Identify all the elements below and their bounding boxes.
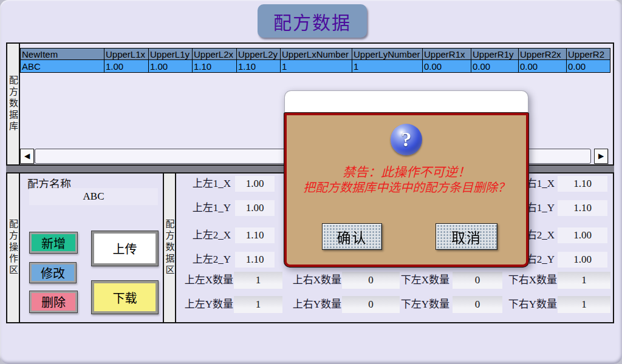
cell-upperlynumber[interactable]: 1 xyxy=(352,60,423,73)
field-value-ul2y[interactable]: 1.10 xyxy=(235,252,275,268)
qty-value-lly[interactable]: 0 xyxy=(453,296,502,313)
question-glyph: ? xyxy=(402,128,412,151)
qty-value-urx[interactable]: 0 xyxy=(342,272,400,289)
cell-upperl2x[interactable]: 1.10 xyxy=(193,60,237,73)
qty-label-llx: 下左X数量 xyxy=(396,272,449,289)
cell-upperr1y[interactable]: 0.00 xyxy=(471,60,519,73)
column-header-upperlynumber[interactable]: UpperLyNumber xyxy=(352,49,423,60)
modify-button[interactable]: 修改 xyxy=(29,262,77,283)
dialog-message-line2: 把配方数据库中选中的配方条目删除？ xyxy=(287,180,526,195)
recipe-name-input[interactable]: ABC xyxy=(29,188,158,205)
question-icon: ? xyxy=(391,124,422,155)
field-value-lr1y[interactable]: 1.10 xyxy=(558,200,607,216)
column-header-upperl2y[interactable]: UpperL2y xyxy=(237,49,281,60)
add-button[interactable]: 新增 xyxy=(29,232,78,254)
field-value-ul1x[interactable]: 1.00 xyxy=(235,176,275,192)
column-header-upperr2x[interactable]: UpperR2x xyxy=(519,49,567,60)
column-header-upperl2x[interactable]: UpperL2x xyxy=(193,49,237,60)
data-side-label: 配方数据区 xyxy=(163,174,176,322)
qty-value-lrx[interactable]: 1 xyxy=(558,272,610,289)
scroll-right-button[interactable]: ▶ xyxy=(594,149,608,164)
recipe-table: NewItem UpperL1x UpperL1y UpperL2x Upper… xyxy=(20,48,610,73)
dialog-titlebar xyxy=(284,90,528,113)
confirm-button[interactable]: 确认 xyxy=(322,223,382,250)
field-value-lr1x[interactable]: 1.10 xyxy=(558,176,607,192)
column-header-upperr1y[interactable]: UpperR1y xyxy=(471,49,519,60)
qty-value-lry[interactable]: 1 xyxy=(558,296,610,313)
field-value-lr2y[interactable]: 1.00 xyxy=(558,252,607,268)
cell-upperr1x[interactable]: 0.00 xyxy=(423,60,471,73)
cell-upperl1x[interactable]: 1.00 xyxy=(104,60,149,73)
cell-upperl2y[interactable]: 1.10 xyxy=(237,60,281,73)
qty-label-uly: 上左Y数量 xyxy=(180,296,233,313)
upload-button[interactable]: 上传 xyxy=(91,231,159,266)
column-header-upperl1y[interactable]: UpperL1y xyxy=(149,49,193,60)
cell-upperr2y[interactable]: 0.00 xyxy=(567,60,610,73)
database-side-label: 配方数据库 xyxy=(7,44,20,164)
right-arrow-icon: ▶ xyxy=(598,152,604,161)
qty-value-ulx[interactable]: 1 xyxy=(234,272,282,289)
field-label-ul1x: 上左1_X xyxy=(180,176,231,192)
field-value-ul1y[interactable]: 1.00 xyxy=(235,200,275,216)
delete-confirm-dialog: ? 禁告：此操作不可逆！ 把配方数据库中选中的配方条目删除？ 确认 取消 xyxy=(284,90,528,267)
qty-label-lly: 下左Y数量 xyxy=(396,296,449,313)
cell-upperr2x[interactable]: 0.00 xyxy=(519,60,567,73)
column-header-newitem[interactable]: NewItem xyxy=(21,49,104,60)
field-label-ul1y: 上左1_Y xyxy=(180,200,231,216)
qty-label-ury: 上右Y数量 xyxy=(288,296,341,313)
recipe-screen: 配方数据 配方数据库 NewItem UpperL1x UpperL1y Upp… xyxy=(0,0,622,364)
cell-name[interactable]: ABC xyxy=(21,60,104,73)
column-header-upperr2y[interactable]: UpperR2 xyxy=(567,49,610,60)
download-button[interactable]: 下载 xyxy=(91,280,159,314)
dialog-message-line1: 禁告：此操作不可逆！ xyxy=(287,165,526,180)
cell-upperl1y[interactable]: 1.00 xyxy=(149,60,193,73)
field-value-ul2x[interactable]: 1.10 xyxy=(235,228,275,243)
qty-label-lrx: 下右X数量 xyxy=(504,272,557,289)
cancel-button[interactable]: 取消 xyxy=(436,223,497,250)
dialog-message: 禁告：此操作不可逆！ 把配方数据库中选中的配方条目删除？ xyxy=(287,165,526,195)
field-value-lr2x[interactable]: 1.00 xyxy=(558,228,607,243)
column-header-upperr1x[interactable]: UpperR1x xyxy=(423,49,471,60)
qty-label-urx: 上右X数量 xyxy=(288,272,341,289)
delete-button[interactable]: 删除 xyxy=(29,291,78,313)
table-row-selected[interactable]: ABC 1.00 1.00 1.10 1.10 1 1 0.00 0.00 0.… xyxy=(21,60,610,73)
page-title: 配方数据 xyxy=(258,4,367,38)
field-label-ul2y: 上左2_Y xyxy=(180,252,231,268)
qty-value-uly[interactable]: 1 xyxy=(234,296,282,313)
qty-label-ulx: 上左X数量 xyxy=(180,272,233,289)
left-arrow-icon: ◀ xyxy=(24,152,30,161)
table-header-row: NewItem UpperL1x UpperL1y UpperL2x Upper… xyxy=(21,49,610,60)
qty-value-llx[interactable]: 0 xyxy=(453,272,502,289)
operation-side-label: 配方操作区 xyxy=(7,174,20,322)
column-header-upperlxnumber[interactable]: UpperLxNumber xyxy=(281,49,352,60)
column-header-upperl1x[interactable]: UpperL1x xyxy=(104,49,149,60)
cell-upperlxnumber[interactable]: 1 xyxy=(281,60,352,73)
scroll-left-button[interactable]: ◀ xyxy=(20,149,34,164)
field-label-ul2x: 上左2_X xyxy=(180,228,231,243)
qty-value-ury[interactable]: 0 xyxy=(342,296,400,313)
qty-label-lry: 下右Y数量 xyxy=(504,296,557,313)
